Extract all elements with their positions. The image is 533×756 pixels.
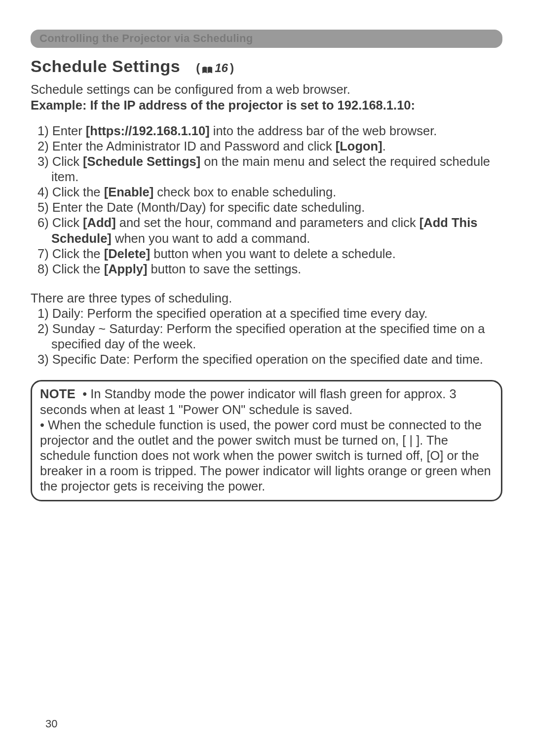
steps-list: 1) Enter [https://192.168.1.10] into the… [31,123,502,277]
step-item: 4) Click the [Enable] check box to enabl… [38,185,502,200]
page-number: 30 [45,718,57,730]
step-item: 5) Enter the Date (Month/Day) for specif… [38,200,502,215]
section-banner: Controlling the Projector via Scheduling [31,30,502,48]
page-heading: Schedule Settings [31,57,180,76]
step-item: 1) Enter [https://192.168.1.10] into the… [38,123,502,139]
page-reference: ( 16 ) [196,61,234,75]
type-item: 1) Daily: Perform the specified operatio… [38,306,502,321]
intro-block: Schedule settings can be configured from… [31,82,502,113]
note-box: NOTE • In Standby mode the power indicat… [31,380,502,501]
intro-line: Schedule settings can be configured from… [31,82,502,98]
types-intro: There are three types of scheduling. [31,291,502,306]
ref-number: 16 [215,61,228,75]
step-item: 2) Enter the Administrator ID and Passwo… [38,139,502,154]
step-item: 7) Click the [Delete] button when you wa… [38,246,502,262]
book-icon [202,64,213,73]
intro-example: Example: If the IP address of the projec… [31,98,502,113]
banner-text: Controlling the Projector via Scheduling [39,32,253,44]
ref-close: ) [230,61,234,75]
step-item: 8) Click the [Apply] button to save the … [38,262,502,277]
type-item: 3) Specific Date: Perform the specified … [38,352,502,367]
step-item: 6) Click [Add] and set the hour, command… [38,215,502,246]
ref-open: ( [196,61,200,75]
types-list: 1) Daily: Perform the specified operatio… [31,306,502,367]
type-item: 2) Sunday ~ Saturday: Perform the specif… [38,321,502,352]
note-body: • In Standby mode the power indicator wi… [40,387,495,493]
step-item: 3) Click [Schedule Settings] on the main… [38,154,502,185]
note-label: NOTE [40,387,76,401]
svg-rect-0 [207,68,208,74]
heading-row: Schedule Settings ( 16 ) [31,57,502,76]
